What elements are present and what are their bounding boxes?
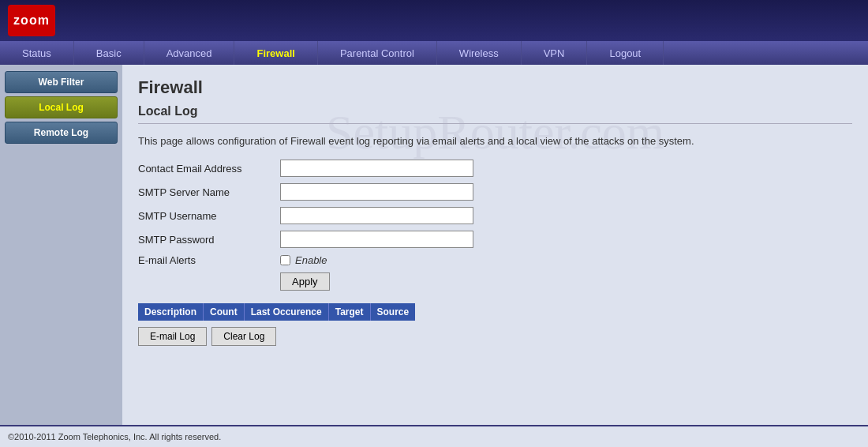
sidebar-btn-remote-log[interactable]: Remote Log: [5, 122, 118, 144]
enable-label: Enable: [295, 254, 327, 266]
form-row-1: SMTP Server Name: [138, 183, 852, 201]
nav-item-vpn[interactable]: VPN: [522, 41, 588, 65]
divider: [138, 123, 852, 124]
form-input-2[interactable]: [280, 207, 473, 224]
section-title: Local Log: [138, 104, 852, 118]
apply-button[interactable]: Apply: [280, 272, 330, 291]
clear-log-button[interactable]: Clear Log: [211, 327, 276, 346]
form-input-1[interactable]: [280, 183, 473, 201]
form-area: Contact Email AddressSMTP Server NameSMT…: [138, 160, 852, 303]
form-label-3: SMTP Password: [138, 234, 280, 246]
log-col-last-occurence[interactable]: Last Occurence: [245, 303, 329, 321]
nav-item-parental-control[interactable]: Parental Control: [318, 41, 437, 65]
nav: StatusBasicAdvancedFirewallParental Cont…: [0, 41, 868, 65]
layout: Web FilterLocal LogRemote Log SetupRoute…: [0, 65, 868, 425]
footer-text: ©2010-2011 Zoom Telephonics, Inc. All ri…: [8, 432, 221, 441]
log-table-header: DescriptionCountLast OccurenceTargetSour…: [138, 303, 852, 321]
description: This page allows configuration of Firewa…: [138, 135, 852, 147]
enable-checkbox[interactable]: [280, 255, 290, 265]
form-row-3: SMTP Password: [138, 231, 852, 248]
log-col-description[interactable]: Description: [138, 303, 204, 321]
log-col-source[interactable]: Source: [371, 303, 416, 321]
email-alerts-label: E-mail Alerts: [138, 254, 280, 266]
form-label-1: SMTP Server Name: [138, 186, 280, 198]
email-log-button[interactable]: E-mail Log: [138, 327, 207, 346]
email-alerts-row: E-mail Alerts Enable: [138, 254, 852, 266]
nav-item-wireless[interactable]: Wireless: [437, 41, 522, 65]
nav-item-status[interactable]: Status: [0, 41, 74, 65]
sidebar-btn-local-log[interactable]: Local Log: [5, 96, 118, 118]
apply-row: Apply: [138, 272, 852, 303]
form-row-2: SMTP Username: [138, 207, 852, 224]
form-label-2: SMTP Username: [138, 210, 280, 222]
checkbox-area: Enable: [280, 254, 327, 266]
sidebar: Web FilterLocal LogRemote Log: [0, 65, 122, 425]
logo: zoom: [8, 5, 55, 36]
footer: ©2010-2011 Zoom Telephonics, Inc. All ri…: [0, 425, 868, 447]
form-input-3[interactable]: [280, 231, 473, 248]
page-title: Firewall: [138, 77, 852, 98]
log-col-target[interactable]: Target: [329, 303, 371, 321]
form-row-0: Contact Email Address: [138, 160, 852, 177]
nav-item-logout[interactable]: Logout: [587, 41, 664, 65]
log-col-count[interactable]: Count: [204, 303, 245, 321]
form-label-0: Contact Email Address: [138, 163, 280, 175]
nav-item-firewall[interactable]: Firewall: [234, 41, 317, 65]
log-buttons: E-mail Log Clear Log: [138, 327, 852, 346]
nav-item-advanced[interactable]: Advanced: [144, 41, 235, 65]
form-input-0[interactable]: [280, 160, 473, 177]
sidebar-btn-web-filter[interactable]: Web Filter: [5, 71, 118, 93]
header: zoom: [0, 0, 868, 41]
nav-item-basic[interactable]: Basic: [74, 41, 144, 65]
main-content: SetupRouter.com Firewall Local Log This …: [122, 65, 868, 425]
